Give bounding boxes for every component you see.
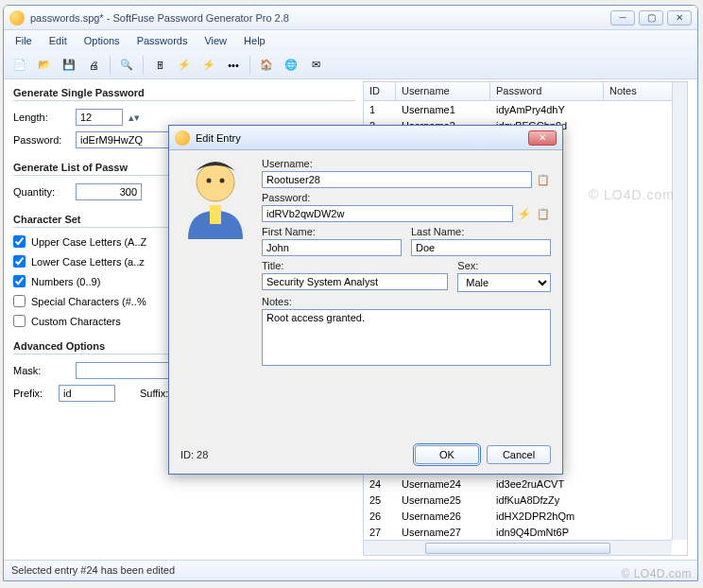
charset-label-2: Numbers (0..9)	[31, 276, 100, 287]
menu-view[interactable]: View	[197, 32, 234, 49]
toolbar: 📄 📂 💾 🖨 🔍 🎚 ⚡ ⚡ ••• 🏠 🌐 ✉	[4, 51, 697, 79]
charset-label-4: Custom Characters	[31, 316, 121, 327]
dlg-password-input[interactable]	[262, 205, 513, 222]
th-username[interactable]: Username	[396, 82, 490, 100]
generate-password-icon[interactable]: ⚡	[517, 206, 532, 221]
menu-passwords[interactable]: Passwords	[129, 32, 196, 49]
print-icon[interactable]: 🖨	[83, 55, 104, 76]
charset-label-1: Lower Case Letters (a..z	[31, 256, 145, 268]
menu-options[interactable]: Options	[77, 32, 128, 49]
charset-checkbox-3[interactable]	[13, 295, 26, 307]
charset-checkbox-2[interactable]	[13, 275, 26, 287]
web-icon[interactable]: 🌐	[281, 55, 301, 76]
ok-button[interactable]: OK	[415, 445, 479, 464]
dlg-sex-label: Sex:	[457, 260, 551, 271]
dlg-firstname-input[interactable]	[262, 239, 402, 256]
charset-checkbox-1[interactable]	[13, 255, 26, 268]
dlg-firstname-label: First Name:	[262, 226, 402, 237]
dialog-titlebar[interactable]: Edit Entry ✕	[169, 126, 562, 150]
dlg-sex-select[interactable]: Male	[457, 273, 551, 292]
horizontal-scrollbar[interactable]	[364, 540, 672, 555]
mask-icon[interactable]: •••	[223, 55, 244, 76]
menubar: File Edit Options Passwords View Help	[4, 30, 697, 51]
length-label: Length:	[13, 112, 70, 123]
length-input[interactable]	[76, 109, 123, 126]
charset-checkbox-4[interactable]	[13, 315, 26, 327]
password-output[interactable]	[76, 131, 170, 148]
table-row[interactable]: 24Username24id3ee2ruACVT	[364, 476, 672, 492]
th-password[interactable]: Password	[490, 82, 604, 100]
charset-label-0: Upper Case Letters (A..Z	[31, 236, 146, 248]
titlebar: passwords.spg* - SoftFuse Password Gener…	[4, 6, 697, 30]
mask-label: Mask:	[13, 365, 70, 376]
cancel-button[interactable]: Cancel	[487, 445, 551, 464]
quantity-label: Quantity:	[13, 186, 70, 198]
close-button[interactable]: ✕	[667, 10, 692, 26]
menu-help[interactable]: Help	[236, 32, 273, 49]
dlg-title-input[interactable]	[262, 273, 448, 290]
copy-username-icon[interactable]: 📋	[536, 172, 551, 187]
svg-point-0	[197, 164, 234, 201]
save-icon[interactable]: 💾	[59, 55, 79, 76]
menu-edit[interactable]: Edit	[42, 32, 75, 49]
vertical-scrollbar[interactable]	[672, 82, 687, 540]
dlg-id-label: ID: 28	[180, 449, 208, 460]
open-icon[interactable]: 📂	[34, 55, 55, 76]
app-icon	[9, 10, 25, 26]
quantity-input[interactable]	[76, 183, 142, 200]
charset-label-3: Special Characters (#..%	[31, 296, 146, 307]
dlg-password-label: Password:	[262, 192, 551, 203]
home-icon[interactable]: 🏠	[256, 55, 277, 76]
table-row[interactable]: 1Username1idyAmPry4dhY	[364, 101, 672, 117]
generate-list-icon[interactable]: ⚡	[198, 55, 219, 76]
copy-password-icon[interactable]: 📋	[536, 206, 551, 221]
dlg-notes-label: Notes:	[262, 296, 551, 307]
th-id[interactable]: ID	[364, 82, 396, 100]
dlg-lastname-label: Last Name:	[411, 226, 551, 237]
window-controls: ─ ▢ ✕	[610, 10, 692, 26]
dlg-username-input[interactable]	[262, 171, 532, 188]
window-title: passwords.spg* - SoftFuse Password Gener…	[30, 12, 289, 24]
dlg-username-label: Username:	[262, 158, 551, 169]
charset-checkbox-0[interactable]	[13, 235, 26, 248]
prefix-label: Prefix:	[13, 388, 53, 399]
search-icon[interactable]: 🔍	[116, 55, 137, 76]
table-row[interactable]: 25Username25idfKuA8DfzZy	[364, 492, 672, 508]
mail-icon[interactable]: ✉	[305, 55, 326, 76]
svg-point-3	[220, 179, 225, 183]
dialog-icon	[175, 130, 190, 146]
dlg-lastname-input[interactable]	[411, 239, 551, 256]
dlg-title-label: Title:	[262, 260, 448, 271]
status-bar: Selected entry #24 has been edited	[4, 560, 697, 580]
settings-icon[interactable]: 🎚	[149, 55, 170, 76]
avatar-icon	[179, 158, 252, 239]
generate-one-icon[interactable]: ⚡	[174, 55, 195, 76]
dlg-notes-textarea[interactable]: Root access granted.	[262, 309, 551, 366]
table-row[interactable]: 27Username27idn9Q4DmNt6P	[364, 524, 672, 540]
table-row[interactable]: 26Username26idHX2DPR2hQm	[364, 508, 672, 524]
minimize-button[interactable]: ─	[610, 10, 635, 26]
edit-entry-dialog: Edit Entry ✕ Username: 📋 Password: ⚡ 📋	[168, 125, 563, 475]
group-single-title: Generate Single Password	[13, 87, 355, 101]
svg-rect-1	[210, 205, 221, 224]
spinner-icon[interactable]: ▴▾	[129, 112, 140, 124]
password-label: Password:	[13, 134, 70, 146]
prefix-input[interactable]	[59, 385, 115, 402]
new-icon[interactable]: 📄	[9, 55, 30, 76]
table-header: ID Username Password Notes	[364, 82, 687, 101]
dialog-title: Edit Entry	[196, 132, 241, 144]
svg-point-2	[207, 179, 212, 183]
dialog-close-button[interactable]: ✕	[528, 130, 557, 146]
menu-file[interactable]: File	[8, 32, 40, 49]
maximize-button[interactable]: ▢	[639, 10, 663, 26]
